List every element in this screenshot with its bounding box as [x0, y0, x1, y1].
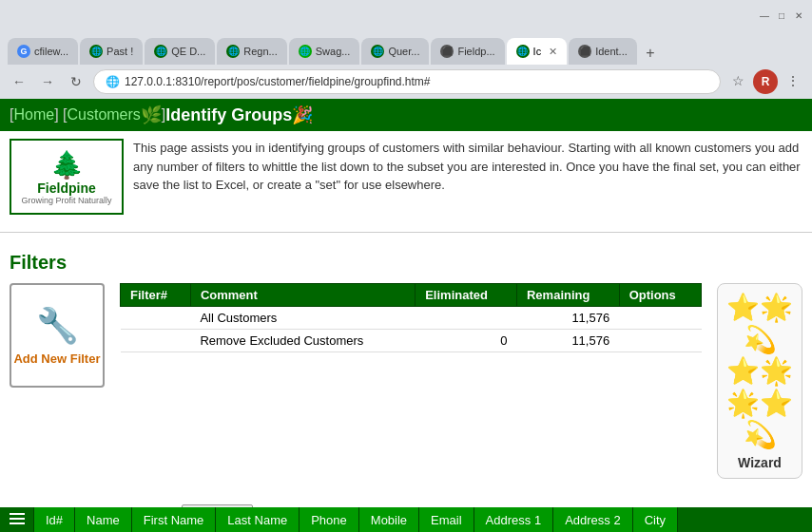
menu-button[interactable]: ⋮ [782, 69, 804, 92]
filter-options-0 [619, 307, 701, 330]
tab-1[interactable]: 🌐 Past ! [80, 38, 143, 65]
description-text: This page assists you in identifying gro… [133, 139, 802, 195]
address-actions: ☆ R ⋮ [726, 69, 804, 94]
home-link[interactable]: Home [13, 106, 54, 124]
col-mobile[interactable]: Mobile [359, 507, 419, 532]
tab-3[interactable]: 🌐 Regn... [217, 38, 286, 65]
wizard-box[interactable]: ⭐🌟💫⭐🌟🌟⭐💫 Wizard [717, 283, 802, 479]
col-address2[interactable]: Address 2 [553, 507, 633, 532]
tab-favicon-8: ⬛ [578, 45, 591, 58]
tab-0[interactable]: G cfilew... [8, 38, 78, 65]
tab-label-3: Regn... [243, 46, 277, 57]
col-id[interactable]: Id# [34, 507, 75, 532]
tab-bar: G cfilew... 🌐 Past ! 🌐 QE D... 🌐 Regn...… [0, 30, 812, 65]
tab-favicon-3: 🌐 [226, 45, 240, 58]
tab-label-2: QE D... [171, 46, 205, 57]
address-input[interactable]: 🌐 127.0.0.1:8310/report/pos/customer/fie… [93, 69, 721, 94]
tab-close-7[interactable]: ✕ [549, 46, 557, 58]
col-first-name[interactable]: First Name [132, 507, 217, 532]
columns-bar: Id# Name First Name Last Name Phone Mobi… [0, 507, 812, 532]
maximize-button[interactable]: □ [776, 10, 787, 21]
col-header-filter-num: Filter# [121, 284, 191, 307]
filter-comment-1: Remove Excluded Customers [190, 330, 415, 352]
columns-menu-button[interactable] [0, 507, 34, 532]
col-name[interactable]: Name [75, 507, 132, 532]
page-title-emoji: 🎉 [292, 104, 313, 125]
tab-label-1: Past ! [106, 46, 133, 57]
close-button[interactable]: ✕ [793, 10, 804, 21]
tab-favicon-1: 🌐 [89, 45, 103, 58]
filters-title: Filters [10, 252, 802, 274]
bracket-close-1: ] [ [54, 106, 67, 124]
back-button[interactable]: ← [8, 70, 30, 93]
tab-favicon-5: 🌐 [371, 45, 384, 58]
filter-comment-0: All Customers [190, 307, 415, 330]
logo-tree-icon: 🌲 [50, 149, 84, 180]
tab-label-0: cfilew... [34, 46, 68, 57]
filter-row-0: All Customers 11,576 [121, 307, 702, 330]
col-header-eliminated: Eliminated [416, 284, 517, 307]
address-bar: ← → ↻ 🌐 127.0.0.1:8310/report/pos/custom… [0, 65, 812, 99]
tab-label-6: Fieldp... [457, 46, 494, 57]
col-email[interactable]: Email [419, 507, 474, 532]
tab-2[interactable]: 🌐 QE D... [145, 38, 215, 65]
col-address1[interactable]: Address 1 [474, 507, 554, 532]
logo-section: 🌲 Fieldpine Growing Profit Naturally Thi… [0, 131, 812, 222]
logo-tagline: Growing Profit Naturally [21, 196, 111, 205]
add-filter-label: Add New Filter [13, 352, 100, 366]
hamburger-icon [10, 513, 25, 526]
minimize-button[interactable]: — [759, 10, 770, 21]
add-filter-button[interactable]: 🔧 Add New Filter [10, 283, 105, 388]
page-header: [ Home ] [ Customers 🌿 ] Identify Groups… [0, 99, 812, 131]
col-header-comment: Comment [190, 284, 415, 307]
url-text: 127.0.0.1:8310/report/pos/customer/field… [125, 75, 708, 88]
new-tab-button[interactable]: + [639, 42, 662, 65]
tab-favicon-7: 🌐 [516, 45, 530, 58]
tab-8[interactable]: ⬛ Ident... [569, 38, 637, 65]
tab-7[interactable]: 🌐 Ic ✕ [507, 38, 568, 65]
bookmark-button[interactable]: ☆ [726, 69, 749, 92]
forward-button[interactable]: → [36, 70, 59, 93]
tab-favicon-2: 🌐 [154, 45, 167, 58]
tab-6[interactable]: ⬛ Fieldp... [431, 38, 504, 65]
filter-eliminated-0 [416, 307, 517, 330]
tab-label-4: Swag... [316, 46, 351, 57]
tools-icon: 🔧 [36, 306, 79, 346]
filter-remaining-0: 11,576 [516, 307, 619, 330]
filters-section: Filters 🔧 Add New Filter Filter# Comment… [0, 242, 812, 479]
customers-emoji: 🌿 [141, 104, 162, 125]
site-favicon: 🌐 [106, 75, 119, 88]
page-content: [ Home ] [ Customers 🌿 ] Identify Groups… [0, 99, 812, 532]
filters-content: 🔧 Add New Filter Filter# Comment Elimina… [10, 283, 802, 479]
col-phone[interactable]: Phone [300, 507, 359, 532]
logo-box: 🌲 Fieldpine Growing Profit Naturally [10, 139, 124, 215]
tab-favicon-4: 🌐 [299, 45, 312, 58]
customers-link[interactable]: Customers [67, 106, 140, 124]
refresh-button[interactable]: ↻ [65, 70, 87, 93]
filter-num-0 [121, 307, 191, 330]
divider-1 [0, 232, 812, 233]
wizard-label: Wizard [738, 455, 782, 470]
col-last-name[interactable]: Last Name [216, 507, 300, 532]
filter-eliminated-1: 0 [416, 330, 517, 352]
filter-num-1 [121, 330, 191, 352]
title-bar: — □ ✕ [0, 0, 812, 30]
svg-rect-1 [10, 518, 25, 520]
svg-rect-2 [10, 522, 25, 524]
breadcrumb: [ Home ] [ Customers 🌿 ] Identify Groups… [10, 104, 313, 125]
window-controls[interactable]: — □ ✕ [759, 10, 804, 21]
filter-options-1 [619, 330, 701, 352]
tab-4[interactable]: 🌐 Swag... [289, 38, 360, 65]
tab-favicon-0: G [17, 45, 30, 58]
col-city[interactable]: City [633, 507, 678, 532]
tab-5[interactable]: 🌐 Quer... [361, 38, 429, 65]
tab-label-5: Quer... [388, 46, 419, 57]
col-header-remaining: Remaining [516, 284, 619, 307]
wizard-stars-icon: ⭐🌟💫⭐🌟🌟⭐💫 [725, 292, 794, 451]
svg-rect-0 [10, 513, 25, 515]
page-title: Identify Groups [165, 105, 292, 125]
filter-remaining-1: 11,576 [516, 330, 619, 352]
profile-button[interactable]: R [753, 69, 778, 94]
filters-table: Filter# Comment Eliminated Remaining Opt… [120, 283, 702, 352]
logo-company-name: Fieldpine [37, 180, 95, 196]
